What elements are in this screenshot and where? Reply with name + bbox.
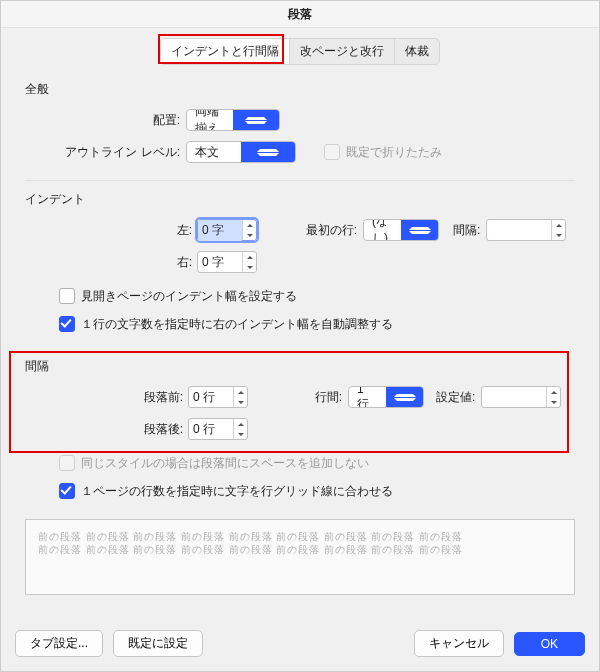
spacing-after-label: 段落後: xyxy=(25,421,188,438)
fold-by-default-checkbox: 既定で折りたたみ xyxy=(324,144,442,161)
indent-left-input[interactable]: 0 字 xyxy=(197,219,257,241)
chevron-updown-icon xyxy=(386,386,423,408)
indent-width-input[interactable] xyxy=(486,219,566,241)
tabbar: インデントと行間隔 改ページと改行 体裁 xyxy=(1,28,599,71)
dialog-footer: タブ設定... 既定に設定 キャンセル OK xyxy=(1,620,599,671)
section-indent-title: インデント xyxy=(25,191,575,208)
window-title: 段落 xyxy=(1,1,599,28)
preview-line: 前の段落 前の段落 前の段落 前の段落 前の段落 前の段落 前の段落 前の段落 … xyxy=(38,530,562,543)
tabs-button[interactable]: タブ設定... xyxy=(15,630,103,657)
stepper-icon[interactable] xyxy=(233,387,247,407)
line-spacing-select[interactable]: 1 行 xyxy=(348,386,424,408)
chevron-updown-icon xyxy=(233,109,279,131)
stepper-icon[interactable] xyxy=(233,419,247,439)
spacing-at-label: 設定値: xyxy=(436,389,481,406)
tab-indent-spacing[interactable]: インデントと行間隔 xyxy=(161,39,290,64)
checkbox-icon xyxy=(324,144,340,160)
snap-to-grid-checkbox[interactable]: １ページの行数を指定時に文字を行グリッド線に合わせる xyxy=(59,483,393,500)
firstline-label: 最初の行: xyxy=(287,222,363,239)
spacing-at-value xyxy=(482,395,546,399)
outline-level-select[interactable]: 本文 xyxy=(186,141,296,163)
same-style-no-space-checkbox: 同じスタイルの場合は段落間にスペースを追加しない xyxy=(59,455,369,472)
chevron-updown-icon xyxy=(401,219,438,241)
alignment-value: 両端揃え xyxy=(187,109,233,131)
checkbox-icon xyxy=(59,288,75,304)
preview-line: 前の段落 前の段落 前の段落 前の段落 前の段落 前の段落 前の段落 前の段落 … xyxy=(38,543,562,556)
line-spacing-label: 行間: xyxy=(300,389,348,406)
firstline-value: (なし) xyxy=(364,219,401,241)
spacing-at-input[interactable] xyxy=(481,386,561,408)
indent-right-label: 右: xyxy=(25,254,197,271)
cancel-button[interactable]: キャンセル xyxy=(414,630,504,657)
tab-page-break[interactable]: 改ページと改行 xyxy=(290,39,395,64)
auto-adjust-indent-checkbox[interactable]: １行の文字数を指定時に右のインデント幅を自動調整する xyxy=(59,316,393,333)
stepper-icon[interactable] xyxy=(546,387,560,407)
alignment-select[interactable]: 両端揃え xyxy=(186,109,280,131)
paragraph-dialog: 段落 インデントと行間隔 改ページと改行 体裁 全般 配置: 両端揃え アウトラ… xyxy=(0,0,600,672)
spacing-after-input[interactable]: 0 行 xyxy=(188,418,248,440)
stepper-icon[interactable] xyxy=(242,220,256,240)
indent-right-value: 0 字 xyxy=(198,252,242,273)
checkbox-icon xyxy=(59,455,75,471)
checkbox-icon xyxy=(59,483,75,499)
indent-width-label: 間隔: xyxy=(453,222,486,239)
indent-right-input[interactable]: 0 字 xyxy=(197,251,257,273)
mirror-indent-label: 見開きページのインデント幅を設定する xyxy=(81,288,297,305)
section-general-title: 全般 xyxy=(25,81,575,98)
tab-style[interactable]: 体裁 xyxy=(395,39,439,64)
set-default-button[interactable]: 既定に設定 xyxy=(113,630,203,657)
indent-left-value: 0 字 xyxy=(198,220,242,241)
line-spacing-value: 1 行 xyxy=(349,386,386,408)
segmented-control: インデントと行間隔 改ページと改行 体裁 xyxy=(160,38,440,65)
ok-button[interactable]: OK xyxy=(514,632,585,656)
section-spacing-title: 間隔 xyxy=(25,358,575,375)
stepper-icon[interactable] xyxy=(242,252,256,272)
spacing-before-value: 0 行 xyxy=(189,387,233,408)
mirror-indent-checkbox[interactable]: 見開きページのインデント幅を設定する xyxy=(59,288,297,305)
auto-adjust-indent-label: １行の文字数を指定時に右のインデント幅を自動調整する xyxy=(81,316,393,333)
spacing-after-value: 0 行 xyxy=(189,419,233,440)
indent-width-value xyxy=(487,228,551,232)
chevron-updown-icon xyxy=(241,141,295,163)
checkbox-icon xyxy=(59,316,75,332)
outline-level-label: アウトライン レベル: xyxy=(25,144,186,161)
preview-box: 前の段落 前の段落 前の段落 前の段落 前の段落 前の段落 前の段落 前の段落 … xyxy=(25,519,575,595)
spacing-before-input[interactable]: 0 行 xyxy=(188,386,248,408)
outline-level-value: 本文 xyxy=(187,142,241,163)
spacing-before-label: 段落前: xyxy=(25,389,188,406)
indent-left-label: 左: xyxy=(25,222,197,239)
snap-to-grid-label: １ページの行数を指定時に文字を行グリッド線に合わせる xyxy=(81,483,393,500)
same-style-no-space-label: 同じスタイルの場合は段落間にスペースを追加しない xyxy=(81,455,369,472)
stepper-icon[interactable] xyxy=(551,220,565,240)
alignment-label: 配置: xyxy=(25,112,186,129)
dialog-body: 全般 配置: 両端揃え アウトライン レベル: 本文 既定で折りたたみ インデン… xyxy=(1,71,599,620)
firstline-select[interactable]: (なし) xyxy=(363,219,439,241)
fold-label: 既定で折りたたみ xyxy=(346,144,442,161)
